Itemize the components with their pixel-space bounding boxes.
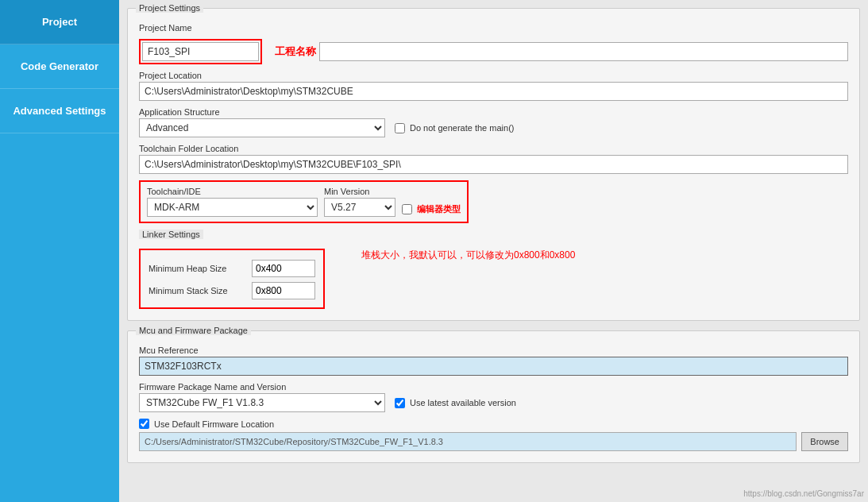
sidebar-item-code-generator[interactable]: Code Generator bbox=[0, 44, 119, 89]
generate-root-checkbox[interactable] bbox=[402, 204, 412, 214]
firmware-package-select[interactable]: STM32Cube FW_F1 V1.8.3 bbox=[139, 393, 385, 412]
project-settings-title: Project Settings bbox=[136, 3, 203, 13]
toolchain-ide-group: Toolchain/IDE MDK-ARM EWARM SW4STM32 bbox=[147, 187, 318, 217]
toolchain-ide-box: Toolchain/IDE MDK-ARM EWARM SW4STM32 Min… bbox=[139, 180, 469, 223]
use-default-location-row[interactable]: Use Default Firmware Location bbox=[139, 419, 848, 429]
toolchain-folder-label: Toolchain Folder Location bbox=[139, 144, 848, 153]
project-name-input[interactable] bbox=[142, 42, 259, 61]
toolchain-ide-select[interactable]: MDK-ARM EWARM SW4STM32 bbox=[147, 198, 318, 217]
min-heap-input[interactable] bbox=[252, 260, 315, 277]
mcu-reference-label: Mcu Reference bbox=[139, 346, 848, 355]
do-not-generate-main-label: Do not generate the main() bbox=[410, 123, 514, 133]
use-latest-checkbox-row[interactable]: Use latest available version bbox=[395, 398, 516, 408]
do-not-generate-main-checkbox-row[interactable]: Do not generate the main() bbox=[395, 123, 514, 133]
project-name-annotation: 工程名称 bbox=[275, 44, 316, 59]
firmware-package-row-inline: STM32Cube FW_F1 V1.8.3 Use latest availa… bbox=[139, 393, 848, 412]
project-name-highlighted-box bbox=[139, 39, 262, 64]
linker-settings-container: Linker Settings Minimum Heap Size Minimu… bbox=[139, 230, 848, 309]
project-name-inline: 工程名称 bbox=[139, 39, 848, 64]
project-name-annotation-input bbox=[319, 42, 848, 61]
generate-root-row: 编辑器类型 bbox=[402, 203, 461, 217]
toolchain-folder-row: Toolchain Folder Location bbox=[139, 144, 848, 174]
toolchain-folder-input[interactable] bbox=[139, 155, 848, 174]
linker-annotation-container: 堆栈大小，我默认可以，可以修改为0x800和0x800 bbox=[338, 230, 575, 262]
firmware-location-row: Browse bbox=[139, 432, 848, 451]
min-stack-label: Minimum Stack Size bbox=[149, 286, 244, 295]
min-version-select[interactable]: V5.27 V5.26 V5.25 bbox=[324, 198, 395, 217]
project-name-row: Project Name 工程名称 bbox=[139, 23, 848, 64]
toolchain-annotation: 编辑器类型 bbox=[417, 203, 461, 215]
min-stack-input[interactable] bbox=[252, 282, 315, 299]
application-structure-label: Application Structure bbox=[139, 107, 848, 117]
sidebar: Project Code Generator Advanced Settings bbox=[0, 0, 119, 502]
project-name-label: Project Name bbox=[139, 23, 848, 33]
firmware-location-input[interactable] bbox=[139, 432, 797, 451]
sidebar-item-advanced-settings[interactable]: Advanced Settings bbox=[0, 89, 119, 133]
project-settings-section: Project Settings Project Name 工程名称 Proje… bbox=[127, 8, 860, 321]
mcu-reference-row: Mcu Reference bbox=[139, 346, 848, 376]
project-location-label: Project Location bbox=[139, 71, 848, 80]
use-latest-checkbox[interactable] bbox=[395, 398, 405, 408]
browse-button[interactable]: Browse bbox=[801, 432, 848, 451]
use-default-location-label: Use Default Firmware Location bbox=[154, 419, 274, 429]
firmware-package-label: Firmware Package Name and Version bbox=[139, 382, 848, 392]
watermark: https://blog.csdn.net/Gongmiss7ar bbox=[743, 489, 864, 498]
firmware-package-row: Firmware Package Name and Version STM32C… bbox=[139, 382, 848, 412]
application-structure-select[interactable]: Advanced Basic bbox=[139, 118, 385, 137]
project-location-row: Project Location bbox=[139, 71, 848, 101]
min-heap-label: Minimum Heap Size bbox=[149, 264, 244, 273]
use-default-location-checkbox[interactable] bbox=[139, 419, 149, 429]
toolchain-ide-label: Toolchain/IDE bbox=[147, 187, 318, 196]
mcu-reference-input[interactable] bbox=[139, 357, 848, 376]
application-structure-row: Application Structure Advanced Basic Do … bbox=[139, 107, 848, 137]
linker-box: Minimum Heap Size Minimum Stack Size bbox=[139, 249, 325, 309]
linker-settings-section: Linker Settings Minimum Heap Size Minimu… bbox=[139, 230, 325, 309]
project-location-input[interactable] bbox=[139, 82, 848, 101]
linker-annotation: 堆栈大小，我默认可以，可以修改为0x800和0x800 bbox=[361, 249, 575, 261]
min-heap-row: Minimum Heap Size bbox=[149, 260, 315, 277]
mcu-firmware-title: Mcu and Firmware Package bbox=[136, 326, 251, 335]
main-content: Project Settings Project Name 工程名称 Proje… bbox=[119, 0, 868, 502]
mcu-firmware-section: Mcu and Firmware Package Mcu Reference F… bbox=[127, 330, 860, 463]
do-not-generate-main-checkbox[interactable] bbox=[395, 123, 405, 133]
use-latest-label: Use latest available version bbox=[410, 398, 516, 407]
min-version-label: Min Version bbox=[324, 187, 395, 196]
sidebar-item-project[interactable]: Project bbox=[0, 0, 119, 44]
min-version-group: Min Version V5.27 V5.26 V5.25 bbox=[324, 187, 395, 217]
linker-settings-title: Linker Settings bbox=[139, 230, 203, 239]
min-stack-row: Minimum Stack Size bbox=[149, 282, 315, 299]
